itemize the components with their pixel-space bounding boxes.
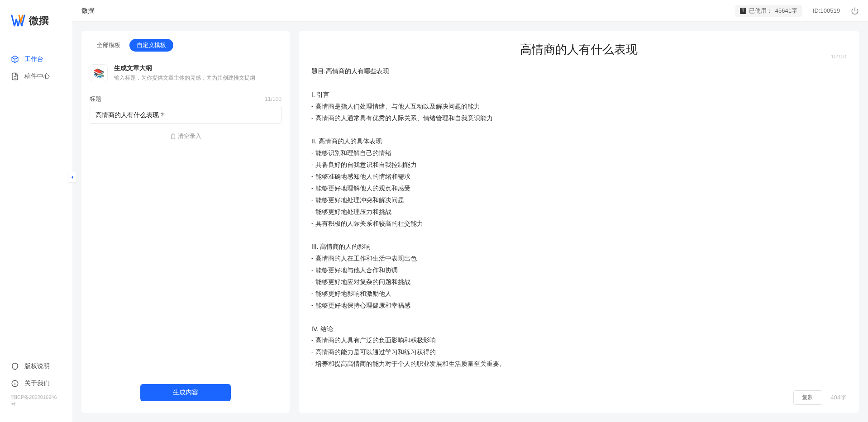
sidebar-collapse-handle[interactable] — [68, 172, 77, 183]
copy-button[interactable]: 复制 — [793, 390, 822, 405]
clear-input-link[interactable]: 清空录入 — [90, 132, 281, 140]
tab-custom-template[interactable]: 自定义模板 — [129, 39, 173, 52]
template-title: 生成文章大纲 — [114, 64, 281, 72]
brand-name: 微撰 — [29, 14, 49, 28]
title-input[interactable] — [90, 107, 281, 124]
shield-icon — [11, 362, 19, 370]
usage-label: 已使用： — [749, 7, 773, 15]
output-title: 高情商的人有什么表现 — [311, 42, 846, 57]
nav-label: 版权说明 — [24, 362, 50, 370]
output-panel: 高情商的人有什么表现 10/100 题目:高情商的人有哪些表现 I. 引言 - … — [299, 31, 859, 413]
chevron-left-icon — [70, 175, 75, 180]
text-icon: T — [740, 8, 746, 14]
usage-value: 45641字 — [775, 7, 797, 15]
nav-workbench[interactable]: 工作台 — [0, 51, 72, 68]
page-title: 微撰 — [81, 7, 94, 15]
power-icon[interactable] — [851, 7, 859, 15]
header: 微撰 T 已使用： 45641字 ID:100519 — [72, 0, 868, 22]
usage-badge[interactable]: T 已使用： 45641字 — [735, 5, 802, 17]
sidebar: 微撰 工作台 稿件中心 版权说明 — [0, 0, 72, 422]
books-icon: 📚 — [90, 64, 108, 82]
output-word-count: 404字 — [830, 394, 846, 402]
nav-label: 关于我们 — [24, 379, 50, 388]
document-icon — [11, 72, 19, 81]
nav-bottom: 版权说明 关于我们 鄂ICP备2022016946号 — [0, 358, 72, 422]
template-desc: 输入标题，为你提供文章主体的灵感，并为其创建推文提纲 — [114, 74, 281, 82]
clear-label: 清空录入 — [178, 132, 201, 140]
input-panel: 全部模板 自定义模板 📚 生成文章大纲 输入标题，为你提供文章主体的灵感，并为其… — [81, 31, 290, 413]
output-body[interactable]: 题目:高情商的人有哪些表现 I. 引言 - 高情商是指人们处理情绪、与他人互动以… — [311, 66, 846, 384]
title-char-count: 11/100 — [265, 96, 281, 102]
logo[interactable]: 微撰 — [0, 14, 72, 42]
cube-icon — [11, 55, 19, 63]
icp-text: 鄂ICP备2022016946号 — [0, 392, 72, 413]
logo-icon — [11, 14, 25, 28]
nav-list: 工作台 稿件中心 — [0, 42, 72, 358]
nav-copyright[interactable]: 版权说明 — [0, 358, 72, 375]
info-icon — [11, 379, 19, 388]
trash-icon — [170, 133, 176, 139]
nav-about[interactable]: 关于我们 — [0, 375, 72, 392]
template-card: 📚 生成文章大纲 输入标题，为你提供文章主体的灵感，并为其创建推文提纲 — [81, 56, 290, 90]
user-id: ID:100519 — [813, 7, 840, 14]
output-title-count: 10/100 — [831, 54, 846, 59]
tab-all-templates[interactable]: 全部模板 — [90, 39, 128, 52]
generate-button[interactable]: 生成内容 — [140, 384, 231, 401]
title-label: 标题 — [90, 95, 101, 103]
nav-label: 工作台 — [24, 55, 43, 63]
template-tabs: 全部模板 自定义模板 — [81, 39, 290, 52]
nav-label: 稿件中心 — [24, 72, 50, 81]
nav-drafts[interactable]: 稿件中心 — [0, 68, 72, 85]
